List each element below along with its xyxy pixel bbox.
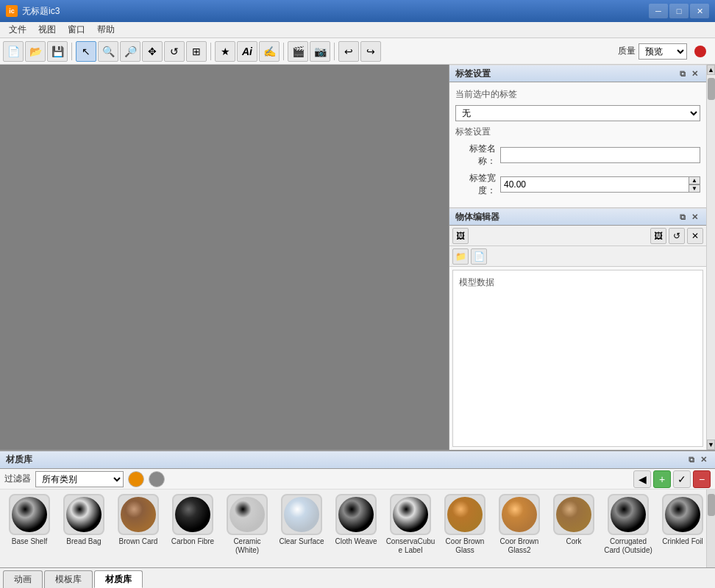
mat-thumb-cloth-weave: [335, 494, 377, 535]
model-data-label: 模型数据: [459, 277, 494, 287]
mat-item-ceramic-white[interactable]: Ceramic (White): [222, 494, 272, 555]
tab-template[interactable]: 模板库: [44, 570, 93, 588]
scale-button[interactable]: ⊞: [186, 41, 207, 62]
mat-item-base-shelf[interactable]: Base Shelf: [4, 494, 54, 546]
obj-panel-close-btn[interactable]: ✕: [689, 211, 700, 223]
label-panel-float-btn[interactable]: ⧉: [677, 68, 689, 79]
label-name-input[interactable]: [500, 147, 700, 163]
obj-arr-btn1[interactable]: 🖼: [650, 228, 666, 244]
canvas-area[interactable]: [0, 65, 449, 450]
zoom-button[interactable]: 🔍: [98, 41, 118, 62]
select-button[interactable]: ↖: [76, 41, 96, 62]
script-button[interactable]: ✍: [259, 41, 280, 62]
spinner-up[interactable]: ▲: [689, 176, 700, 184]
mat-thumb-coor-brown-glass2: [499, 494, 540, 535]
mat-item-cork[interactable]: Cork: [549, 494, 599, 546]
obj-panel-float-btn[interactable]: ⧉: [677, 211, 689, 223]
svg-point-8: [447, 497, 483, 532]
label-width-input[interactable]: [500, 176, 689, 193]
mat-lib-actions: ◀ + ✓ −: [633, 470, 711, 488]
mat-item-bread-bag[interactable]: Bread Bag: [59, 494, 109, 546]
mat-item-cloth-weave[interactable]: Cloth Weave: [331, 494, 381, 546]
mat-scrollbar[interactable]: [706, 490, 715, 567]
mat-thumb-carbon-fibre: [172, 494, 213, 535]
mat-remove-btn[interactable]: −: [693, 470, 711, 488]
menu-file[interactable]: 文件: [3, 22, 32, 37]
svg-point-6: [338, 497, 374, 532]
label-panel-close-btn[interactable]: ✕: [689, 68, 700, 79]
right-panel: 标签设置 ⧉ ✕ 当前选中的标签 无 标签设置 标签名称： 标签宽度：: [449, 65, 706, 450]
obj-toolbar-bottom: 📁 📄: [449, 246, 706, 267]
svg-point-2: [121, 497, 156, 532]
mat-label-coor-brown-glass: Coor Brown Glass: [440, 537, 490, 555]
minimize-button[interactable]: ─: [649, 4, 668, 18]
obj-file-btn[interactable]: 📄: [471, 248, 487, 265]
obj-arr-btn2[interactable]: ↺: [669, 228, 685, 244]
main-content: 标签设置 ⧉ ✕ 当前选中的标签 无 标签设置 标签名称： 标签宽度：: [0, 65, 715, 588]
right-panel-scrollbar[interactable]: ▲ ▼: [706, 65, 715, 450]
current-label-row: 无: [455, 105, 700, 121]
mat-item-conserva[interactable]: ConservaCubue Label: [385, 494, 435, 555]
filter-btn-orange[interactable]: [128, 471, 144, 487]
mat-prev-btn[interactable]: ◀: [633, 470, 651, 488]
filter-label: 过滤器: [4, 473, 31, 485]
rotate-button[interactable]: ↺: [164, 41, 185, 62]
scroll-up-btn[interactable]: ▲: [707, 65, 715, 75]
undo-button[interactable]: ↩: [338, 41, 359, 62]
save-button[interactable]: 💾: [47, 41, 68, 62]
obj-image-btn[interactable]: 🖼: [452, 228, 469, 244]
menu-window[interactable]: 窗口: [62, 22, 91, 37]
menu-view[interactable]: 视图: [32, 22, 62, 37]
obj-arr-btn3[interactable]: ✕: [687, 228, 703, 244]
spinner-down[interactable]: ▼: [689, 184, 700, 193]
mat-item-crinkled-foil[interactable]: Crinkled Foil: [658, 494, 706, 546]
current-label-title: 当前选中的标签: [455, 88, 700, 101]
mat-item-clear-surface[interactable]: Clear Surface: [277, 494, 327, 546]
separator-1: [71, 43, 72, 60]
mat-check-btn[interactable]: ✓: [673, 470, 691, 488]
mat-float-btn[interactable]: ⧉: [686, 454, 697, 466]
move-button[interactable]: ✥: [142, 41, 163, 62]
label-settings-panel: 当前选中的标签 无 标签设置 标签名称： 标签宽度： ▲: [449, 82, 706, 208]
quality-section: 质量 预览 高质量 最终: [618, 43, 706, 60]
mat-close-btn[interactable]: ✕: [697, 454, 709, 466]
close-button[interactable]: ✕: [690, 4, 709, 18]
open-button[interactable]: 📂: [25, 41, 46, 62]
svg-point-9: [502, 497, 537, 532]
obj-folder-btn[interactable]: 📁: [452, 248, 469, 265]
mat-add-btn[interactable]: +: [653, 470, 671, 488]
tab-material[interactable]: 材质库: [94, 570, 143, 588]
mat-label-base-shelf: Base Shelf: [12, 537, 47, 546]
mat-thumb-cork: [553, 494, 594, 535]
redo-button[interactable]: ↪: [360, 41, 381, 62]
ai-button[interactable]: Ai: [237, 41, 257, 62]
star-button[interactable]: ★: [215, 41, 235, 62]
obj-editor-panel: 🖼 🖼 ↺ ✕ 📁 📄 模型数据: [449, 226, 706, 450]
obj-editor-header: 物体编辑器 ⧉ ✕: [449, 208, 706, 226]
title-bar: ic 无标题ic3 ─ □ ✕: [0, 0, 715, 22]
scroll-down-btn[interactable]: ▼: [707, 440, 715, 450]
mat-item-brown-card[interactable]: Brown Card: [113, 494, 163, 546]
filter-select[interactable]: 所有类别 金属 木材 布料 玻璃: [35, 471, 124, 487]
mat-label-brown-card: Brown Card: [119, 537, 158, 546]
tab-animation[interactable]: 动画: [3, 570, 43, 588]
mat-item-coor-brown-glass[interactable]: Coor Brown Glass: [440, 494, 490, 555]
mat-item-coor-brown-glass2[interactable]: Coor Brown Glass2: [494, 494, 544, 555]
zoom-in-button[interactable]: 🔎: [120, 41, 140, 62]
svg-point-4: [230, 497, 265, 532]
maximize-button[interactable]: □: [669, 4, 689, 18]
mat-item-carbon-fibre[interactable]: Carbon Fibre: [168, 494, 218, 546]
camera-button[interactable]: 📷: [310, 41, 330, 62]
separator-4: [334, 43, 335, 60]
label-name-label: 标签名称：: [455, 143, 496, 168]
menu-help[interactable]: 帮助: [91, 22, 121, 37]
mat-item-corrugated-card[interactable]: Corrugated Card (Outside): [603, 494, 653, 555]
mat-lib-header: 材质库 ⧉ ✕: [0, 451, 715, 469]
current-label-dropdown[interactable]: 无: [455, 105, 700, 121]
new-button[interactable]: 📄: [3, 41, 24, 62]
mat-label-coor-brown-glass2: Coor Brown Glass2: [494, 537, 544, 555]
scroll-thumb: [708, 78, 715, 100]
filter-btn-gray[interactable]: [149, 471, 165, 487]
render-button[interactable]: 🎬: [288, 41, 308, 62]
quality-select[interactable]: 预览 高质量 最终: [638, 43, 687, 60]
